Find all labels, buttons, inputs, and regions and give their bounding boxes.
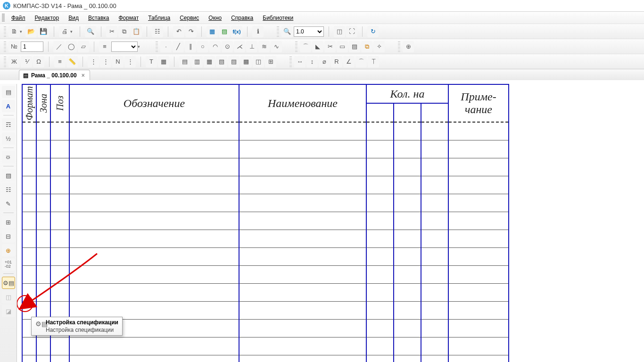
grid-e[interactable]: ▨ <box>228 56 239 67</box>
break-tool[interactable]: ✂ <box>324 41 336 52</box>
vt-hatch-icon[interactable]: ▨ <box>2 169 15 181</box>
bisector-tool[interactable]: ⋌ <box>234 41 245 52</box>
grid-c[interactable]: ▦ <box>204 56 215 67</box>
list-2[interactable]: ⋮ <box>100 56 111 67</box>
table-row[interactable] <box>22 265 509 283</box>
new-doc-button[interactable]: 🗎 <box>8 26 20 37</box>
undo-button[interactable]: ↶ <box>173 26 184 37</box>
redo-button[interactable]: ↷ <box>185 26 197 37</box>
parallel-tool[interactable]: ∥ <box>185 41 196 52</box>
table-row[interactable] <box>22 355 509 362</box>
grid-f[interactable]: ▩ <box>240 56 252 67</box>
cut-button[interactable]: ✂ <box>106 26 117 37</box>
auto-axis-tool[interactable]: ⊕ <box>403 41 414 52</box>
table-insert-button[interactable]: ▦ <box>158 56 169 67</box>
refresh-view-button[interactable]: ↻ <box>367 26 379 37</box>
collect-tool[interactable]: ✧ <box>373 41 385 52</box>
vt-chart-icon[interactable]: ✎ <box>2 197 15 210</box>
vt-object-1-icon[interactable]: ☶ <box>2 118 15 131</box>
print-button[interactable]: 🖨 <box>59 26 70 37</box>
vt-add-section-icon[interactable]: ⊕ <box>2 244 15 256</box>
menu-table[interactable]: Таблица <box>143 14 175 22</box>
ellipse-button[interactable]: ◯ <box>66 41 77 52</box>
dim-diameter-tool[interactable]: ⌀ <box>319 56 330 67</box>
offset-tool[interactable]: ≋ <box>258 41 270 52</box>
canvas[interactable]: Формат Зона Поз Обозначение Наименование… <box>17 84 644 362</box>
dim-angle-tool[interactable]: ∠ <box>343 56 355 67</box>
table-row[interactable] <box>22 122 509 140</box>
perp-tool[interactable]: ⊥ <box>246 41 257 52</box>
arc-tool[interactable]: ◠ <box>209 41 221 52</box>
hatch-style-button[interactable]: ▱ <box>78 41 89 52</box>
grid-a[interactable]: ▤ <box>179 56 190 67</box>
zoom-select[interactable]: 1.0 <box>294 26 324 37</box>
menu-editor[interactable]: Редактор <box>30 14 64 22</box>
vt-tree-icon[interactable]: ☷ <box>2 183 15 196</box>
dim-height-tool[interactable]: ⟙ <box>368 56 379 67</box>
menu-help[interactable]: Справка <box>226 14 258 22</box>
manager-button[interactable]: ▦ <box>206 26 218 37</box>
table-row[interactable] <box>22 283 509 301</box>
grid-h[interactable]: ⊞ <box>265 56 276 67</box>
help-pointer-button[interactable]: ℹ <box>252 26 264 37</box>
circle-tool[interactable]: ○ <box>197 41 208 52</box>
style-num-input[interactable] <box>21 41 43 52</box>
list-1[interactable]: ⋮ <box>88 56 99 67</box>
line-1-button[interactable]: ／ <box>53 41 65 52</box>
special-char-button[interactable]: Ж <box>8 56 20 67</box>
grid-d[interactable]: ▧ <box>216 56 227 67</box>
grid-b[interactable]: ▥ <box>191 56 203 67</box>
vt-text-A-icon[interactable]: А <box>2 100 15 112</box>
table-row[interactable] <box>22 158 509 176</box>
zoom-fit-button[interactable]: ◫ <box>334 26 345 37</box>
grid-g[interactable]: ◫ <box>253 56 264 67</box>
variables-button[interactable]: f(x) <box>231 26 242 37</box>
vt-columns-icon[interactable]: ⊞ <box>2 216 15 228</box>
dim-vertical-tool[interactable]: ↕ <box>306 56 318 67</box>
preview-button[interactable]: 🔍 <box>85 26 96 37</box>
vt-rows-icon[interactable]: ⊟ <box>2 230 15 242</box>
dim-linear-tool[interactable]: ↔ <box>294 56 305 67</box>
vt-last-1[interactable]: ◫ <box>2 291 15 303</box>
open-button[interactable]: 📂 <box>25 26 37 37</box>
vt-object-2-icon[interactable]: ⛭ <box>2 151 15 163</box>
list-3[interactable]: ⋮ <box>124 56 136 67</box>
fillet-tool[interactable]: ⌒ <box>300 41 311 52</box>
line-tool[interactable]: ╱ <box>173 41 184 52</box>
save-button[interactable]: 💾 <box>38 26 49 37</box>
vt-fraction-icon[interactable]: ½ <box>2 132 15 145</box>
point-tool[interactable]: · <box>160 41 172 52</box>
table-row[interactable] <box>22 230 509 247</box>
paste-button[interactable]: 📋 <box>131 26 142 37</box>
properties-button[interactable]: ☷ <box>152 26 163 37</box>
equidistant-tool[interactable]: ⧉ <box>361 41 372 52</box>
vt-last-2[interactable]: ◪ <box>2 305 15 317</box>
style-num-button[interactable]: № <box>8 41 20 52</box>
vt-spec-icon[interactable]: ▤ <box>2 86 15 98</box>
ruler-button[interactable]: 📏 <box>66 56 78 67</box>
zoom-in-button[interactable]: 🔍 <box>281 26 293 37</box>
align-button[interactable]: ≡ <box>99 41 110 52</box>
spec-n-button[interactable]: N <box>112 56 124 67</box>
curve-tool[interactable]: ∿ <box>271 41 282 52</box>
menu-libs[interactable]: Библиотеки <box>258 14 298 22</box>
close-icon[interactable]: × <box>82 72 85 79</box>
table-row[interactable] <box>22 194 509 212</box>
text-t-button[interactable]: T <box>146 56 157 67</box>
table-row[interactable] <box>22 212 509 230</box>
chamfer-tool[interactable]: ◣ <box>312 41 323 52</box>
menu-service[interactable]: Сервис <box>175 14 204 22</box>
table-row[interactable] <box>22 140 509 158</box>
align-left-button[interactable]: ≡ <box>54 56 66 67</box>
menu-file[interactable]: Файл <box>7 14 30 22</box>
library-manager-button[interactable]: ▨ <box>219 26 230 37</box>
zoom-window-button[interactable]: ⛶ <box>346 26 357 37</box>
omega-button[interactable]: Ω <box>33 56 44 67</box>
line-style-select[interactable] <box>111 41 138 52</box>
hatch-tool[interactable]: ▨ <box>349 41 360 52</box>
dim-radius-tool[interactable]: R <box>331 56 342 67</box>
tangent-tool[interactable]: ⊙ <box>222 41 233 52</box>
dim-arc-tool[interactable]: ⌒ <box>355 56 367 67</box>
vt-number-icon[interactable]: +01-02 <box>2 258 15 271</box>
vt-spec-settings-button[interactable]: ⚙▤ <box>2 277 15 289</box>
